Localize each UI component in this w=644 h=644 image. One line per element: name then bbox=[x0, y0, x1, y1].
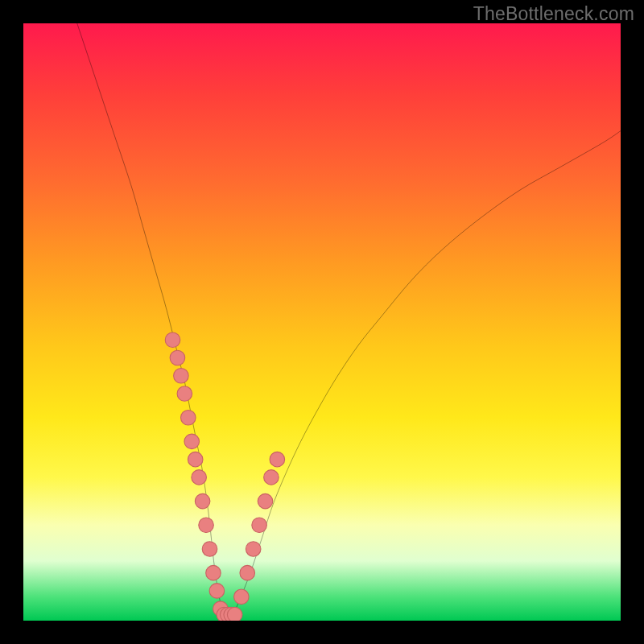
data-point bbox=[252, 518, 267, 533]
data-point bbox=[258, 493, 273, 509]
scatter-dots bbox=[165, 332, 284, 621]
chart-plot-area bbox=[23, 23, 621, 621]
watermark-text: TheBottleneck.com bbox=[473, 3, 634, 25]
data-point bbox=[227, 607, 242, 621]
data-point bbox=[188, 452, 203, 467]
data-point bbox=[246, 542, 261, 557]
data-point bbox=[165, 332, 180, 348]
data-point bbox=[195, 493, 210, 509]
data-point bbox=[177, 386, 192, 402]
data-point bbox=[234, 589, 250, 605]
data-point bbox=[202, 542, 217, 557]
data-point bbox=[181, 410, 196, 425]
data-point bbox=[170, 350, 185, 365]
data-point bbox=[270, 452, 285, 467]
data-point bbox=[240, 565, 255, 580]
data-point bbox=[192, 470, 207, 485]
chart-svg bbox=[23, 23, 621, 621]
data-point bbox=[199, 518, 214, 533]
bottleneck-curve bbox=[77, 23, 621, 616]
data-point bbox=[206, 565, 221, 580]
data-point bbox=[209, 584, 225, 599]
chart-frame: TheBottleneck.com bbox=[0, 0, 644, 644]
data-point bbox=[174, 369, 189, 384]
data-point bbox=[264, 470, 279, 485]
data-point bbox=[184, 434, 200, 449]
